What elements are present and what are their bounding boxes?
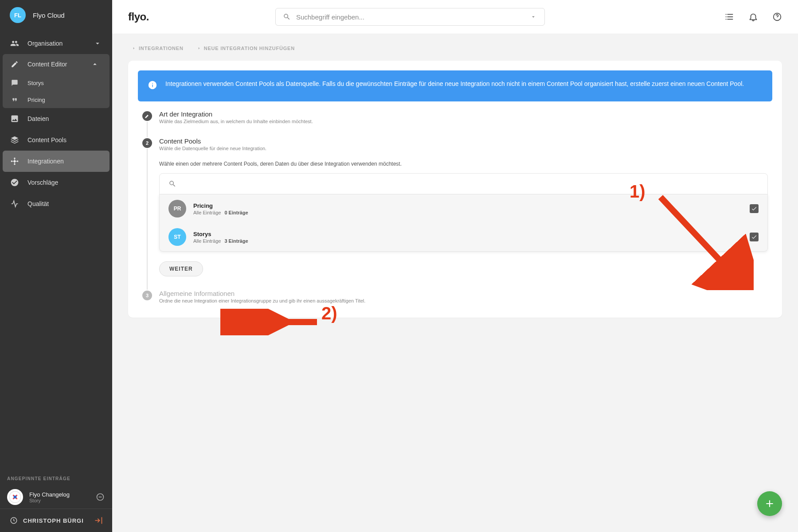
svg-point-3 [11, 160, 12, 162]
pool-row-pricing[interactable]: PR Pricing Alle Einträge0 Einträge [160, 194, 767, 223]
sidebar-footer: CHRISTOPH BÜRGI [0, 509, 112, 532]
stepper: Art der Integration Wähle das Zielmedium… [138, 101, 772, 308]
sidebar-item-vorschlaege[interactable]: Vorschläge [0, 172, 112, 193]
info-icon [148, 80, 157, 93]
chat-icon [10, 79, 20, 86]
step-1-bullet [142, 111, 152, 121]
topbar: flyo. [112, 0, 798, 34]
breadcrumb-integrationen[interactable]: INTEGRATIONEN [132, 46, 184, 51]
dropdown-caret-icon[interactable] [528, 14, 538, 20]
step-2: 2 Content Pools Wähle die Datenquelle fü… [142, 137, 768, 276]
pool-avatar: PR [168, 200, 186, 217]
step-2-bullet: 2 [142, 138, 152, 148]
svg-point-0 [14, 160, 16, 163]
sidebar-label-vorschlaege: Vorschläge [27, 179, 58, 186]
activity-icon [10, 199, 20, 208]
pool-sub: Alle Einträge3 Einträge [193, 238, 743, 244]
pinned-section: ANGEPINNTE EINTRÄGE Flyo Changelog Story [0, 472, 112, 509]
pinned-thumb-icon [7, 489, 23, 505]
wizard-card: Integrationen verwenden Content Pools al… [128, 61, 782, 318]
sidebar-item-qualitaet[interactable]: Qualität [0, 193, 112, 214]
fab-add[interactable] [757, 491, 782, 516]
remove-pin-icon[interactable] [95, 493, 105, 501]
pool-row-storys[interactable]: ST Storys Alle Einträge3 Einträge [160, 223, 767, 251]
sidebar-item-content-pools[interactable]: Content Pools [0, 129, 112, 151]
global-search-input[interactable] [296, 13, 524, 21]
user-name: CHRISTOPH BÜRGI [23, 517, 89, 524]
step-line [147, 149, 148, 290]
chevron-up-icon [90, 60, 100, 68]
sidebar-label-content-pools: Content Pools [27, 136, 66, 144]
clock-icon[interactable] [9, 516, 19, 524]
pool-selection-area: Wähle einen oder mehrere Content Pools, … [159, 161, 768, 276]
chevron-down-icon [93, 39, 102, 47]
content-area: INTEGRATIONEN NEUE INTEGRATION HINZUFÜGE… [112, 34, 798, 532]
sidebar-subitem-pricing[interactable]: Pricing [3, 91, 110, 108]
pool-avatar: ST [168, 228, 186, 246]
sidebar-item-integrationen[interactable]: Integrationen [3, 151, 110, 172]
step-3: 3 Allgemeine Informationen Ordne die neu… [142, 290, 768, 303]
sidebar-item-content-editor[interactable]: Content Editor [3, 54, 110, 74]
svg-point-6 [14, 496, 17, 499]
integration-icon [10, 157, 20, 166]
step-3-sub: Ordne die neue Integration einer Integra… [159, 298, 768, 303]
step-3-bullet: 3 [142, 291, 152, 300]
svg-point-1 [14, 158, 15, 159]
global-search[interactable] [275, 8, 545, 26]
sidebar-sublabel-pricing: Pricing [27, 97, 45, 103]
list-icon[interactable] [724, 12, 734, 22]
next-button[interactable]: WEITER [159, 261, 203, 276]
search-icon [168, 180, 177, 188]
pencil-icon [10, 60, 20, 68]
step-2-title: Content Pools [159, 137, 768, 145]
search-icon [282, 13, 292, 21]
breadcrumbs: INTEGRATIONEN NEUE INTEGRATION HINZUFÜGE… [128, 41, 782, 61]
org-switcher[interactable]: FL Flyo Cloud [0, 0, 112, 30]
pool-sub: Alle Einträge0 Einträge [193, 210, 743, 215]
pool-checkbox[interactable] [750, 233, 759, 241]
pinned-heading: ANGEPINNTE EINTRÄGE [0, 472, 112, 485]
sidebar: FL Flyo Cloud Organisation Content Edito… [0, 0, 112, 532]
top-actions [724, 12, 782, 22]
org-avatar: FL [10, 7, 26, 23]
info-banner: Integrationen verwenden Content Pools al… [138, 70, 772, 101]
step-2-sub: Wähle die Datenquelle für deine neue Int… [159, 146, 768, 151]
sidebar-group-content-editor: Content Editor Storys Pricing [3, 54, 110, 108]
step-3-title: Allgemeine Informationen [159, 290, 768, 297]
sidebar-label-dateien: Dateien [27, 115, 49, 122]
main: flyo. [112, 0, 798, 532]
sidebar-label-content-editor: Content Editor [27, 61, 67, 68]
sidebar-sublabel-storys: Storys [27, 80, 44, 86]
pool-list: PR Pricing Alle Einträge0 Einträge [159, 194, 768, 252]
breadcrumb-neue-integration[interactable]: NEUE INTEGRATION HINZUFÜGEN [197, 46, 295, 51]
pinned-sub-text: Story [29, 498, 89, 503]
sidebar-item-dateien[interactable]: Dateien [0, 108, 112, 129]
sidebar-item-organisation[interactable]: Organisation [0, 33, 112, 54]
sidebar-label-integrationen: Integrationen [27, 158, 64, 165]
info-banner-text: Integrationen verwenden Content Pools al… [165, 79, 744, 89]
pinned-title-text: Flyo Changelog [29, 491, 89, 498]
pinned-item[interactable]: Flyo Changelog Story [0, 485, 112, 509]
check-circle-icon [10, 178, 20, 187]
layers-icon [10, 136, 20, 144]
pool-hint: Wähle einen oder mehrere Content Pools, … [159, 161, 768, 167]
pool-search[interactable] [159, 173, 768, 194]
image-icon [10, 114, 20, 123]
org-name: Flyo Cloud [33, 12, 65, 19]
svg-point-4 [17, 160, 18, 162]
app-logo: flyo. [128, 11, 149, 23]
logout-icon[interactable] [94, 516, 103, 525]
people-icon [10, 39, 20, 48]
step-line [147, 122, 148, 137]
bell-icon[interactable] [748, 12, 758, 22]
quote-icon [10, 96, 20, 103]
step-1-sub: Wähle das Zielmedium aus, in welchem du … [159, 119, 768, 124]
help-icon[interactable] [772, 12, 782, 22]
sidebar-label-organisation: Organisation [27, 40, 63, 47]
pool-checkbox[interactable] [750, 204, 759, 213]
svg-point-2 [14, 163, 15, 165]
step-1-title: Art der Integration [159, 110, 768, 118]
sidebar-subitem-storys[interactable]: Storys [3, 74, 110, 91]
step-1: Art der Integration Wähle das Zielmedium… [142, 110, 768, 124]
pool-title: Pricing [193, 202, 743, 209]
